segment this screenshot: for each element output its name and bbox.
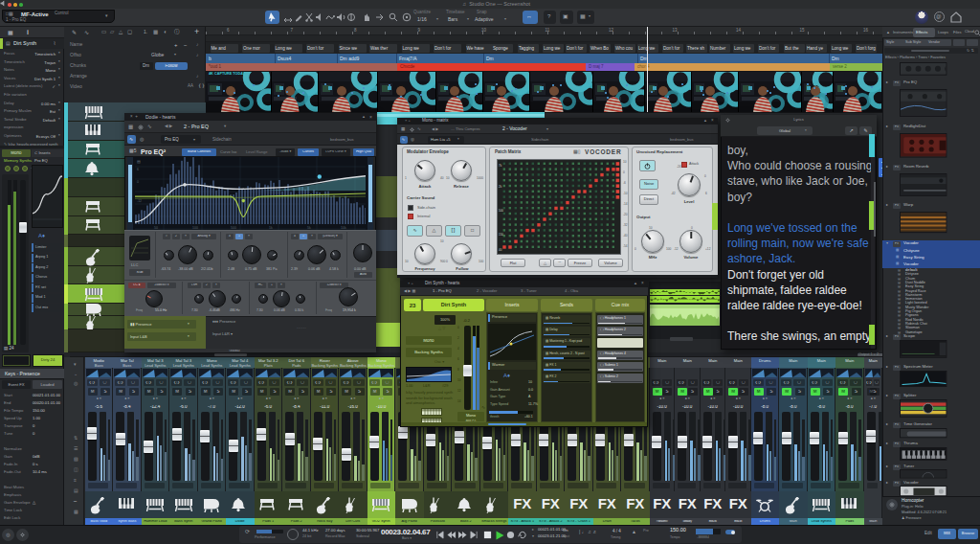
svg-text:2k: 2k [499, 185, 502, 189]
svg-text:7k: 7k [499, 164, 502, 168]
svg-text:500: 500 [499, 209, 503, 213]
svg-text:150: 150 [499, 233, 503, 237]
svg-text:40: 40 [499, 248, 502, 252]
